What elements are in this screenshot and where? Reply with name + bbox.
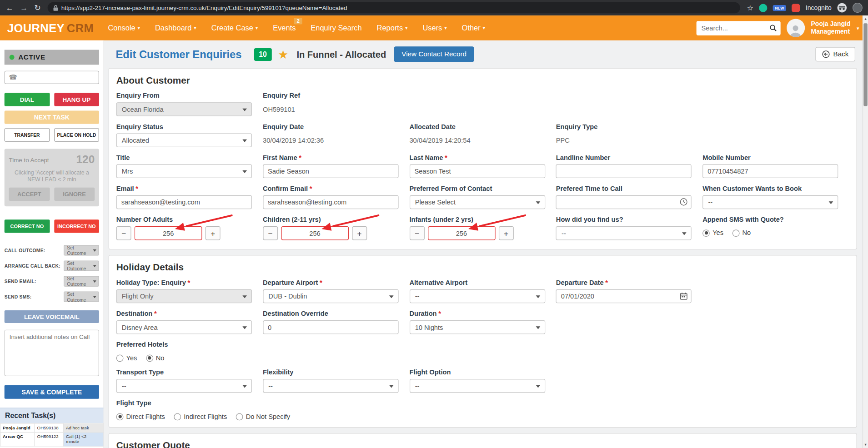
adults-input[interactable] <box>135 226 202 240</box>
next-task-button[interactable]: NEXT TASK <box>5 111 99 124</box>
dial-button[interactable]: DIAL <box>5 93 50 106</box>
sms-no-radio[interactable]: No <box>732 229 751 237</box>
ignore-button[interactable]: IGNORE <box>54 188 95 201</box>
view-contact-record-button[interactable]: View Contact Record <box>394 46 473 62</box>
send-email-select[interactable]: Set Outcome <box>64 276 99 287</box>
children-increment-button[interactable]: + <box>352 226 367 240</box>
place-on-hold-button[interactable]: PLACE ON HOLD <box>54 128 99 141</box>
email-input[interactable] <box>116 195 252 209</box>
send-sms-select[interactable]: Set Outcome <box>64 292 99 302</box>
save-complete-button[interactable]: SAVE & COMPLETE <box>5 385 99 398</box>
nav-item-other[interactable]: Other▾ <box>462 24 485 32</box>
nav-item-users[interactable]: Users▾ <box>422 24 447 32</box>
preferred-contact-select[interactable]: Please Select <box>409 195 545 209</box>
chevron-down-icon[interactable]: ▾ <box>857 25 859 30</box>
hotels-no-radio[interactable]: No <box>146 354 165 362</box>
departure-date-input[interactable] <box>556 289 692 303</box>
enquiry-count-badge: 10 <box>254 48 272 60</box>
transfer-button[interactable]: TRANSFER <box>5 128 50 141</box>
task-row[interactable]: Pooja Jangid OH599138 Ad hoc task <box>0 423 103 432</box>
alternative-airport-select[interactable]: -- <box>409 289 545 303</box>
sms-yes-radio[interactable]: Yes <box>702 229 723 237</box>
user-avatar[interactable] <box>787 19 805 37</box>
bookmark-star-icon[interactable]: ☆ <box>747 4 753 12</box>
scroll-up-arrow[interactable]: ▲ <box>863 15 868 22</box>
direct-flights-radio[interactable]: Direct Flights <box>116 413 165 420</box>
browser-back-icon[interactable]: ← <box>5 4 13 12</box>
last-name-input[interactable] <box>409 164 545 178</box>
navbar-right: Pooja Jangid Management ▾ <box>696 19 868 37</box>
calendar-icon[interactable] <box>680 292 688 300</box>
adults-increment-button[interactable]: + <box>206 226 221 240</box>
red-extension-icon[interactable] <box>792 4 800 12</box>
incorrect-number-button[interactable]: INCORRECT NO <box>54 219 99 233</box>
hotels-yes-radio[interactable]: Yes <box>116 354 137 362</box>
browser-reload-icon[interactable]: ↻ <box>34 4 40 12</box>
chevron-down-icon <box>682 232 687 235</box>
infants-increment-button[interactable]: + <box>498 226 513 240</box>
grammarly-extension-icon[interactable] <box>759 4 767 12</box>
nav-item-create-case[interactable]: Create Case▾ <box>211 24 258 32</box>
hang-up-button[interactable]: HANG UP <box>54 93 99 106</box>
flexibility-select[interactable]: -- <box>263 379 398 393</box>
nav-item-console[interactable]: Console▾ <box>108 24 140 32</box>
children-input[interactable] <box>281 226 349 240</box>
task-row[interactable]: Arnav QC OH599122 Call (1) <2 minute <box>0 432 103 446</box>
destination-override-input[interactable] <box>263 320 398 334</box>
leave-voicemail-button[interactable]: LEAVE VOICEMAIL <box>5 310 99 323</box>
new-extension-badge[interactable]: NEW <box>773 5 787 10</box>
scrollbar-thumb[interactable] <box>863 23 868 106</box>
browser-forward-icon[interactable]: → <box>20 4 28 12</box>
nav-item-dashboard[interactable]: Dashboard▾ <box>155 24 196 32</box>
field-confirm-email: Confirm Email* <box>263 185 409 209</box>
enquiry-status-select[interactable]: Allocated <box>116 133 252 147</box>
how-found-select[interactable]: -- <box>556 226 692 240</box>
accept-button[interactable]: ACCEPT <box>9 188 49 201</box>
adults-decrement-button[interactable]: − <box>116 226 131 240</box>
book-when-select[interactable]: -- <box>702 195 838 209</box>
clock-icon[interactable] <box>680 198 688 206</box>
confirm-email-input[interactable] <box>263 195 398 209</box>
children-stepper: − + <box>263 226 409 240</box>
destination-select[interactable]: Disney Area <box>116 320 252 334</box>
arrange-callback-select[interactable]: Set Outcome <box>64 260 99 271</box>
url-bar[interactable]: https://spp2-217-increase-pax-limit.jour… <box>47 2 740 13</box>
flight-option-select[interactable]: -- <box>409 379 545 393</box>
nav-item-enquiry-search[interactable]: Enquiry Search <box>311 24 361 32</box>
indirect-flights-radio[interactable]: Indirect Flights <box>174 413 227 420</box>
browser-profile-icon[interactable] <box>853 3 863 13</box>
holiday-type-select[interactable]: Flight Only <box>116 289 252 303</box>
nav-item-reports[interactable]: Reports▾ <box>377 24 408 32</box>
app-logo[interactable]: JOURNEYCRM <box>0 21 103 35</box>
search-icon[interactable] <box>769 24 777 31</box>
mobile-input[interactable] <box>702 164 838 178</box>
children-decrement-button[interactable]: − <box>263 226 278 240</box>
global-search <box>696 21 780 35</box>
transport-type-select[interactable]: -- <box>116 379 252 393</box>
landline-input[interactable] <box>556 164 692 178</box>
call-outcome-select[interactable]: Set Outcome <box>64 245 99 255</box>
phone-number-input[interactable] <box>20 74 95 81</box>
recent-tasks-header: Recent Task(s) <box>0 408 104 423</box>
favourite-star-icon[interactable]: ★ <box>278 49 288 60</box>
preferred-time-input[interactable] <box>556 195 692 209</box>
scroll-down-arrow[interactable]: ▼ <box>863 442 868 448</box>
enquiry-from-select[interactable]: Ocean Florida <box>116 102 252 116</box>
do-not-specify-radio[interactable]: Do Not Specify <box>236 413 290 420</box>
field-enquiry-status: Enquiry Status Allocated <box>116 123 263 147</box>
field-destination-override: Destination Override <box>263 310 409 334</box>
departure-airport-select[interactable]: DUB - Dublin <box>263 289 398 303</box>
duration-select[interactable]: 10 Nights <box>409 320 545 334</box>
search-input[interactable] <box>696 21 780 35</box>
title-select[interactable]: Mrs <box>116 164 252 178</box>
first-name-input[interactable] <box>263 164 398 178</box>
user-menu[interactable]: Pooja Jangid Management <box>811 20 851 36</box>
accept-note: Clicking 'Accept' will allocate a NEW LE… <box>9 169 95 183</box>
nav-item-events[interactable]: Events2 <box>273 24 296 32</box>
call-notes-textarea[interactable] <box>5 330 99 376</box>
infants-decrement-button[interactable]: − <box>409 226 424 240</box>
back-button[interactable]: Back <box>816 47 855 61</box>
funnel-status: In Funnel - Allocated <box>296 49 386 60</box>
infants-input[interactable] <box>428 226 496 240</box>
correct-number-button[interactable]: CORRECT NO <box>5 219 50 233</box>
